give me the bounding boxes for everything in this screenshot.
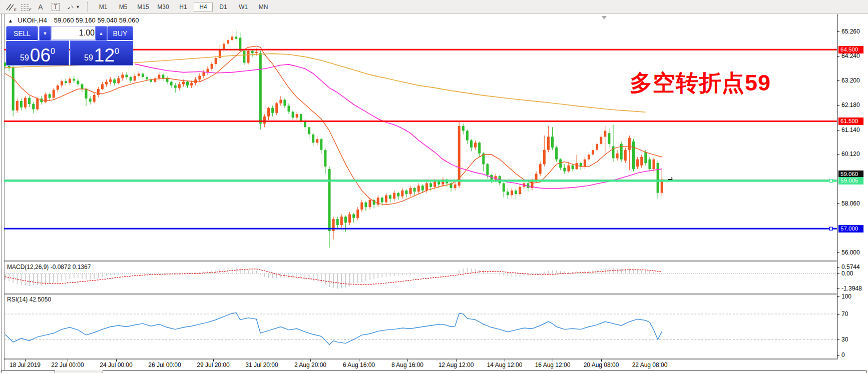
volume-down-button[interactable]: ▼: [39, 26, 51, 40]
candle-body: [292, 112, 294, 118]
time-axis[interactable]: 18 Jul 201922 Jul 00:0024 Jul 00:0026 Ju…: [4, 360, 837, 370]
hline-price-tag[interactable]: 64.500: [838, 46, 863, 54]
axis-tick: [837, 314, 839, 314]
candle-body: [507, 192, 509, 195]
price-axis[interactable]: 65.26064.24063.20062.18061.14060.12058.0…: [837, 14, 868, 373]
hline-drag-handle[interactable]: [829, 180, 832, 182]
timeframe-button-h4[interactable]: H4: [194, 2, 213, 12]
bottom-tab[interactable]: [1, 370, 55, 373]
price-axis-label: 58.060: [841, 200, 860, 207]
candle-body: [32, 104, 35, 109]
candle-body: [486, 164, 489, 174]
one-click-trading-panel: SELL ▼ 1.00 ▲ BUY 59 06 0 59 12 0: [5, 25, 133, 63]
candle-body: [215, 58, 217, 64]
buy-price-display[interactable]: 59 12 0: [70, 40, 133, 66]
candle-body: [223, 44, 225, 50]
time-axis-label: 26 Jul 00:00: [148, 362, 181, 368]
macd-label: MACD(12,26,9) -0.0872 0.1367: [7, 264, 91, 270]
candle-body: [166, 78, 169, 82]
candle-body: [344, 216, 347, 222]
rsi-axis-label: 0: [841, 352, 845, 358]
candle-body: [239, 38, 241, 50]
timeframe-button-m5[interactable]: M5: [114, 2, 133, 12]
candle-body: [348, 214, 351, 223]
candle-body: [356, 210, 359, 218]
text-label-icon[interactable]: T: [48, 2, 63, 12]
candle-body: [405, 190, 407, 194]
volume-input[interactable]: 1.00: [51, 26, 98, 40]
axis-tick: [837, 105, 839, 106]
timeframe-button-w1[interactable]: W1: [234, 2, 253, 12]
text-icon[interactable]: A: [33, 2, 48, 12]
candle-body: [389, 195, 391, 198]
sell-button[interactable]: SELL: [6, 26, 38, 40]
candle-body: [24, 98, 27, 108]
candle-body: [97, 89, 100, 95]
fibonacci-retracement-icon[interactable]: F: [18, 2, 33, 12]
candle-body: [267, 108, 270, 116]
axis-tick: [837, 288, 839, 289]
chart-text-annotation[interactable]: 多空转折点59: [630, 68, 771, 98]
candle-body: [503, 184, 505, 192]
bottom-tab[interactable]: [103, 370, 866, 373]
candle-body: [12, 68, 15, 110]
candle-body: [231, 36, 233, 40]
price-chart-canvas[interactable]: [4, 14, 837, 360]
candle-body: [381, 198, 383, 202]
time-axis-label: 2 Aug 20:00: [294, 362, 326, 368]
candle-body: [101, 84, 104, 89]
candle-body: [584, 160, 586, 166]
axis-tick: [837, 130, 839, 130]
candle-body: [28, 98, 31, 104]
candle-body: [572, 166, 574, 169]
candle-body: [36, 98, 39, 109]
time-axis-label: 24 Jul 00:00: [100, 362, 132, 368]
candle-body: [207, 68, 209, 72]
sell-price-display[interactable]: 59 06 0: [6, 40, 69, 66]
candle-body: [283, 100, 286, 106]
candle-body: [93, 95, 96, 102]
timeframe-button-m1[interactable]: M1: [94, 2, 113, 12]
candle-body: [69, 78, 71, 83]
candle-body: [352, 214, 355, 218]
candle-body: [247, 51, 250, 63]
chart-shift-marker[interactable]: [602, 16, 607, 20]
candle-body: [235, 36, 237, 39]
hline-drag-handle[interactable]: [829, 227, 832, 230]
hline-price-tag[interactable]: 61.500: [838, 118, 863, 125]
candle-body: [364, 202, 367, 208]
price-axis-label: 63.200: [841, 77, 860, 84]
candle-body: [474, 142, 477, 148]
candle-body: [624, 150, 627, 160]
timeframe-button-d1[interactable]: D1: [214, 2, 233, 12]
timeframe-button-h1[interactable]: H1: [174, 2, 193, 12]
candle-body: [596, 144, 598, 150]
candle-body: [636, 160, 639, 166]
timeframe-button-m15[interactable]: M15: [134, 2, 153, 12]
candle-body: [113, 80, 116, 83]
candle-body: [385, 195, 387, 202]
candle-body: [288, 106, 290, 112]
candle-body: [271, 108, 274, 113]
axis-tick: [837, 204, 839, 204]
candle-body: [312, 134, 314, 143]
timeframe-button-mn[interactable]: MN: [254, 2, 273, 12]
candle-body: [16, 101, 19, 110]
axis-tick: [837, 296, 839, 297]
timeframe-button-m30[interactable]: M30: [154, 2, 173, 12]
volume-up-button[interactable]: ▲: [95, 26, 107, 40]
hline-price-tag[interactable]: 59.005: [838, 177, 863, 184]
time-axis-label: 12 Aug 12:00: [439, 362, 474, 368]
time-axis-label: 29 Jul 20:00: [197, 362, 229, 368]
candle-body: [320, 139, 322, 150]
candle-body: [413, 188, 416, 192]
macd-axis-label: 0.00: [841, 270, 853, 277]
arrows-icon[interactable]: ▼: [63, 2, 83, 12]
candle-body: [511, 190, 513, 196]
buy-button[interactable]: BUY: [107, 26, 133, 40]
candle-body: [653, 160, 655, 169]
axis-tick: [837, 252, 839, 253]
candle-body: [515, 190, 517, 194]
hline-price-tag[interactable]: 57.000: [838, 225, 863, 232]
equidistant-channel-icon[interactable]: E: [3, 2, 18, 12]
